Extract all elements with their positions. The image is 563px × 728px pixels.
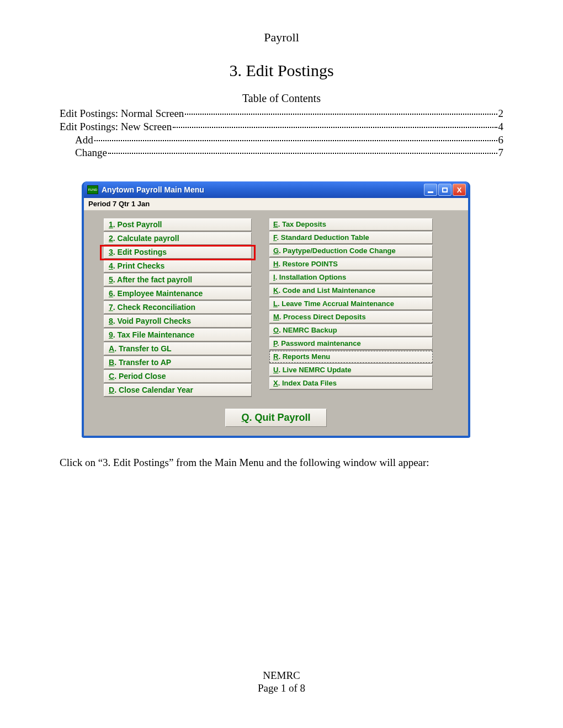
- menu-item-o[interactable]: O. NEMRC Backup: [269, 324, 433, 336]
- menu-item-label: Installation Options: [279, 273, 346, 281]
- quit-key: Q: [241, 412, 249, 423]
- menu-column-left: 1. Post Payroll2. Calculate payroll3. Ed…: [104, 218, 252, 398]
- menu-item-key: M: [273, 313, 279, 321]
- toc-row[interactable]: Change7: [60, 146, 503, 159]
- menu-item-r[interactable]: R. Reports Menu: [269, 351, 433, 363]
- menu-item-key: O: [273, 326, 279, 334]
- menu-item-label: After the fact payroll: [117, 275, 192, 284]
- menu-item-c[interactable]: C. Period Close: [104, 370, 252, 383]
- menu-item-b[interactable]: B. Transfer to AP: [104, 356, 252, 369]
- menu-item-label: Edit Postings: [118, 248, 167, 256]
- menu-item-8[interactable]: 8. Void Payroll Checks: [104, 315, 252, 328]
- menu-item-key: B: [109, 358, 114, 367]
- close-button[interactable]: X: [453, 184, 466, 196]
- menu-item-m[interactable]: M. Process Direct Deposits: [269, 311, 433, 323]
- menu-item-key: G: [273, 247, 279, 255]
- quit-label: Quit Payroll: [255, 412, 311, 423]
- page-header-payroll: Payroll: [60, 30, 503, 45]
- menu-item-label: Restore POINTS: [283, 260, 338, 268]
- toc-label: Edit Postings: Normal Screen: [60, 107, 184, 120]
- menu-item-label: Tax Deposits: [282, 220, 326, 228]
- maximize-button[interactable]: [438, 184, 452, 196]
- menu-item-key: 2: [109, 234, 113, 243]
- menu-item-label: Close Calendar Year: [119, 386, 193, 394]
- menu-item-label: Post Payroll: [118, 220, 162, 229]
- menu-item-label: Print Checks: [118, 261, 165, 270]
- menu-item-d[interactable]: D. Close Calendar Year: [104, 384, 252, 397]
- menu-item-key: P: [273, 339, 277, 347]
- menu-item-label: Standard Deduction Table: [281, 233, 369, 242]
- menu-item-key: 1: [109, 220, 113, 229]
- toc-label: Change: [75, 146, 107, 159]
- menu-item-label: Live NEMRC Update: [283, 366, 352, 374]
- menu-item-label: Index Data Files: [282, 379, 337, 387]
- toc-dots: [94, 140, 497, 141]
- menu-item-label: Tax File Maintenance: [118, 330, 195, 339]
- menu-item-l[interactable]: L. Leave Time Accrual Maintenance: [269, 298, 433, 310]
- menu-item-6[interactable]: 6. Employee Maintenance: [104, 287, 252, 300]
- menu-item-label: Calculate payroll: [118, 234, 179, 243]
- menu-item-9[interactable]: 9. Tax File Maintenance: [104, 329, 252, 341]
- menu-item-key: 6: [109, 289, 113, 298]
- menu-item-e[interactable]: E. Tax Deposits: [269, 218, 433, 231]
- menu-item-key: C: [109, 372, 114, 381]
- menu-item-x[interactable]: X. Index Data Files: [269, 377, 433, 389]
- toc-dots: [185, 114, 497, 115]
- menu-item-label: Paytype/Deduction Code Change: [283, 247, 395, 255]
- footer-org: NEMRC: [0, 669, 563, 682]
- menu-item-g[interactable]: G. Paytype/Deduction Code Change: [269, 245, 433, 257]
- app-window: FUND Anytown Payroll Main Menu X Period …: [82, 181, 470, 438]
- menu-item-key: U: [273, 366, 278, 374]
- menu-item-key: 9: [109, 330, 113, 339]
- menu-item-label: Check Reconciliation: [118, 303, 196, 312]
- menu-item-label: Transfer to GL: [119, 344, 172, 353]
- menu-item-key: R: [273, 352, 278, 361]
- menu-item-7[interactable]: 7. Check Reconciliation: [104, 301, 252, 314]
- minimize-button[interactable]: [424, 184, 437, 196]
- menu-item-label: NEMRC Backup: [283, 326, 337, 334]
- menu-item-h[interactable]: H. Restore POINTS: [269, 258, 433, 270]
- menu-item-label: Process Direct Deposits: [283, 313, 366, 321]
- toc-row[interactable]: Edit Postings: New Screen4: [60, 120, 503, 133]
- menu-item-key: L: [273, 299, 278, 308]
- app-icon: FUND: [87, 185, 98, 194]
- menu-item-u[interactable]: U. Live NEMRC Update: [269, 364, 433, 376]
- menu-item-1[interactable]: 1. Post Payroll: [104, 218, 252, 231]
- toc-page: 2: [498, 107, 504, 120]
- menu-item-key: E: [273, 220, 278, 228]
- menu-item-label: Transfer to AP: [119, 358, 171, 367]
- menu-item-5[interactable]: 5. After the fact payroll: [104, 274, 252, 286]
- menu-item-label: Employee Maintenance: [118, 289, 203, 298]
- menu-item-label: Period Close: [119, 372, 166, 381]
- toc-title: Table of Contents: [60, 92, 503, 105]
- menu-item-label: Void Payroll Checks: [118, 317, 192, 325]
- menu-item-key: 4: [109, 261, 113, 270]
- toc: Edit Postings: Normal Screen2Edit Postin…: [60, 107, 503, 159]
- menu-item-label: Reports Menu: [283, 352, 331, 361]
- menu-item-a[interactable]: A. Transfer to GL: [104, 342, 252, 355]
- toc-row[interactable]: Edit Postings: Normal Screen2: [60, 107, 503, 120]
- period-bar: Period 7 Qtr 1 Jan: [84, 198, 468, 211]
- menu-item-key: D: [109, 386, 114, 394]
- menu-item-3[interactable]: 3. Edit Postings: [104, 246, 252, 259]
- menu-item-f[interactable]: F. Standard Deduction Table: [269, 232, 433, 244]
- window-title: Anytown Payroll Main Menu: [102, 185, 421, 194]
- toc-label: Edit Postings: New Screen: [60, 120, 172, 133]
- menu-item-p[interactable]: P. Password maintenance: [269, 338, 433, 350]
- menu-item-2[interactable]: 2. Calculate payroll: [104, 232, 252, 245]
- toc-row[interactable]: Add6: [60, 133, 503, 147]
- footer-page: Page 1 of 8: [0, 682, 563, 695]
- toc-page: 7: [498, 146, 504, 159]
- menu-item-k[interactable]: K. Code and List Maintenance: [269, 285, 433, 297]
- menu-item-label: Code and List Maintenance: [283, 286, 375, 295]
- menu-item-key: 5: [109, 275, 113, 284]
- menu-item-label: Leave Time Accrual Maintenance: [282, 299, 394, 308]
- menu-item-key: 3: [109, 248, 113, 256]
- menu-item-key: X: [273, 379, 278, 387]
- menu-item-4[interactable]: 4. Print Checks: [104, 260, 252, 272]
- menu-item-key: A: [109, 344, 114, 353]
- toc-page: 6: [498, 133, 504, 147]
- quit-button[interactable]: Q. Quit Payroll: [225, 409, 326, 427]
- menu-item-i[interactable]: I. Installation Options: [269, 271, 433, 283]
- titlebar: FUND Anytown Payroll Main Menu X: [84, 181, 468, 198]
